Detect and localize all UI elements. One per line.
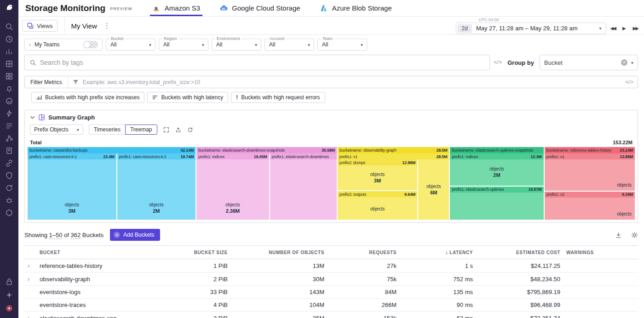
quick-filter-prefix-size[interactable]: Buckets with high prefix size increases xyxy=(31,92,144,103)
history-icon[interactable] xyxy=(5,35,13,43)
my-teams-toggle[interactable] xyxy=(83,41,98,48)
mode-treemap-button[interactable]: Treemap xyxy=(125,125,157,135)
refresh-icon[interactable] xyxy=(187,127,193,133)
quick-filter-latency[interactable]: Buckets with high latency xyxy=(147,92,228,103)
column-warnings[interactable]: WARNINGS xyxy=(560,246,638,259)
logs-icon[interactable] xyxy=(5,122,13,130)
treemap-cell-v2[interactable]: prefix1: v29.26M objects xyxy=(545,192,635,220)
dashboards-icon[interactable] xyxy=(5,72,13,80)
error-tracking-icon[interactable] xyxy=(5,196,13,204)
table-row[interactable]: › reference-tables-history 1 PiB 13M 27k… xyxy=(24,259,638,273)
tab-amazon-s3[interactable]: a Amazon S3 xyxy=(152,0,201,16)
treemap-bucket-cassandra-backups[interactable]: bucketname: cassandra-backups42.14M pref… xyxy=(28,147,196,220)
filter-metrics-bar[interactable]: Filter Metrics Example: aws.s3.inventory… xyxy=(24,76,638,88)
environment-filter[interactable]: Environment All ▾ xyxy=(212,39,261,51)
treemap-cell-dumps[interactable]: prefix2: dumps12.86M objects3M xyxy=(338,159,417,190)
expand-icon[interactable] xyxy=(163,127,169,133)
treemap-bucket-elasticsearch-uptimes-snapshots[interactable]: bucketname: elasticsearch-uptimes-snapsh… xyxy=(450,147,543,220)
my-teams-filter[interactable]: › My Teams xyxy=(24,39,103,51)
profiling-icon[interactable] xyxy=(5,209,13,217)
table-row[interactable]: eventstore-traces 4 PiB 104M 266M 90 ms … xyxy=(24,299,638,312)
treemap-cell-v1[interactable]: prefix1: v113.88M objects xyxy=(545,153,635,191)
table-row[interactable]: › observability-graph 2 PiB 30M 75k 752 … xyxy=(24,273,638,286)
treemap-bucket-elasticsearch-downtimes-snapshots[interactable]: bucketname: elasticsearch-downtimes-snap… xyxy=(196,147,337,220)
integrations-icon[interactable] xyxy=(5,159,13,167)
clear-icon[interactable]: × xyxy=(621,59,627,66)
sparkle-icon[interactable] xyxy=(5,291,13,299)
metrics-icon[interactable] xyxy=(5,47,13,56)
monitors-icon[interactable] xyxy=(5,85,13,93)
treemap-cell-outputs[interactable]: prefix2: outputs9.64M objects xyxy=(338,191,417,220)
search-icon[interactable] xyxy=(5,23,13,31)
time-range-picker[interactable]: 2d May 27, 11:28 am – May 29, 11:28 am ▾ xyxy=(456,23,606,34)
region-filter[interactable]: Region All ▾ xyxy=(159,39,208,51)
prefix-value: 13.88M xyxy=(620,154,633,159)
column-bucket-size[interactable]: BUCKET SIZE xyxy=(157,246,228,259)
workflows-icon[interactable] xyxy=(5,184,13,192)
table-row[interactable]: › elasticsearch-downtimes-sna... 3 PiB 3… xyxy=(24,312,638,318)
tab-azure-blob-storage[interactable]: Azure Blob Storage xyxy=(320,0,392,16)
column-latency[interactable]: ↓LATENCY xyxy=(397,246,473,259)
bucket-name-cell[interactable]: eventstore-traces xyxy=(40,299,157,312)
bits-ai-icon[interactable] xyxy=(5,304,13,312)
play-button[interactable]: ▶ xyxy=(622,26,626,31)
treemap-total-row: Total 153.22M xyxy=(28,138,635,147)
watchdog-icon[interactable] xyxy=(5,97,13,105)
tag-search[interactable] xyxy=(24,55,490,70)
code-view-icon[interactable]: </> xyxy=(494,60,501,65)
expand-chevron-icon[interactable]: › xyxy=(24,273,40,286)
bucket-name-cell[interactable]: observability-graph xyxy=(40,273,157,286)
view-menu-icon[interactable]: ⋮ xyxy=(104,22,110,30)
group-by-select[interactable]: Bucket × ▾ xyxy=(540,55,638,70)
bucket-name-cell[interactable]: reference-tables-history xyxy=(40,259,157,273)
quick-filter-request-errors[interactable]: ! Buckets with high request errors xyxy=(231,92,325,103)
column-requests[interactable]: REQUESTS xyxy=(324,246,397,259)
infrastructure-icon[interactable] xyxy=(5,60,13,68)
bucket-filter[interactable]: Bucket All ▾ xyxy=(106,39,155,51)
page-range[interactable]: 1–50 xyxy=(49,232,63,239)
table-row[interactable]: eventstore-logs 33 PiB 143M 84M 135 ms $… xyxy=(24,286,638,299)
page-title: Storage Monitoring xyxy=(25,3,105,13)
treemap-cell-elasticsearch-uptimes[interactable]: prefix1: elasticsearch-uptimes10.57M xyxy=(450,187,543,220)
download-icon[interactable] xyxy=(615,232,622,238)
gear-icon[interactable] xyxy=(631,232,638,238)
column-estimated-cost[interactable]: ESTIMATED COST xyxy=(473,246,560,259)
bucket-name-cell[interactable]: elasticsearch-downtimes-sna... xyxy=(40,312,157,318)
treemap-cell-elasticsearch-downtimes[interactable]: prefix1: elasticsearch-downtimes xyxy=(270,153,337,220)
column-bucket[interactable]: BUCKET xyxy=(40,246,157,259)
metric-select[interactable]: Prefix Objects ▾ xyxy=(30,125,83,135)
apm-icon[interactable] xyxy=(5,109,13,118)
treemap-bucket-reference-tables-history[interactable]: bucketname: reference-tables-history23.1… xyxy=(545,147,635,220)
expand-chevron-icon[interactable]: › xyxy=(24,312,40,318)
tab-google-cloud-storage[interactable]: Google Cloud Storage xyxy=(219,0,300,16)
lock-icon[interactable] xyxy=(5,278,13,286)
views-button[interactable]: Views xyxy=(22,20,58,32)
total-count[interactable]: 362 xyxy=(71,232,81,239)
datadog-logo-icon[interactable] xyxy=(5,3,13,11)
expand-chevron-icon[interactable]: › xyxy=(24,259,40,273)
account-filter[interactable]: Account All ▾ xyxy=(264,39,314,51)
treemap-bucket-observability-graph[interactable]: bucketname: observability-graph28.5M pre… xyxy=(338,147,449,220)
add-buckets-button[interactable]: + Add Buckets xyxy=(110,229,160,241)
share-icon[interactable] xyxy=(175,127,181,133)
security-icon[interactable] xyxy=(5,171,13,180)
code-view-icon[interactable]: </> xyxy=(625,80,633,85)
bucket-name-cell[interactable]: eventstore-logs xyxy=(40,286,157,299)
rewind-button[interactable]: ◀◀ xyxy=(610,26,615,31)
mode-timeseries-button[interactable]: Timeseries xyxy=(89,125,126,135)
notebook-icon[interactable] xyxy=(5,147,13,155)
search-input[interactable] xyxy=(40,59,485,66)
warnings-cell xyxy=(560,286,638,299)
column-number-of-objects[interactable]: NUMBER OF OBJECTS xyxy=(228,246,324,259)
fast-forward-button[interactable]: ▶▶ xyxy=(633,26,638,31)
treemap-cell-v1-objects[interactable]: objects6M xyxy=(418,159,449,220)
collapse-chevron-icon[interactable] xyxy=(30,115,35,120)
prefix-value: 19.05M xyxy=(254,154,267,159)
team-filter[interactable]: Team All ▾ xyxy=(317,39,367,51)
range-shortcut-chip[interactable]: 2d xyxy=(458,24,472,33)
treemap-cell-indices[interactable]: prefix1: indices12.3M objects2M xyxy=(450,153,543,186)
treemap-cell-indices[interactable]: prefix1: indices19.05M objects2.38M xyxy=(196,153,269,220)
treemap-cell-cass-resources-ti-1[interactable]: prefix1: cass-resources-ti-122.4M object… xyxy=(28,153,116,220)
treemap-cell-cass-resources-ti-2[interactable]: prefix1: cass-resources-ti-219.74M objec… xyxy=(117,153,196,220)
traces-icon[interactable] xyxy=(5,134,13,142)
